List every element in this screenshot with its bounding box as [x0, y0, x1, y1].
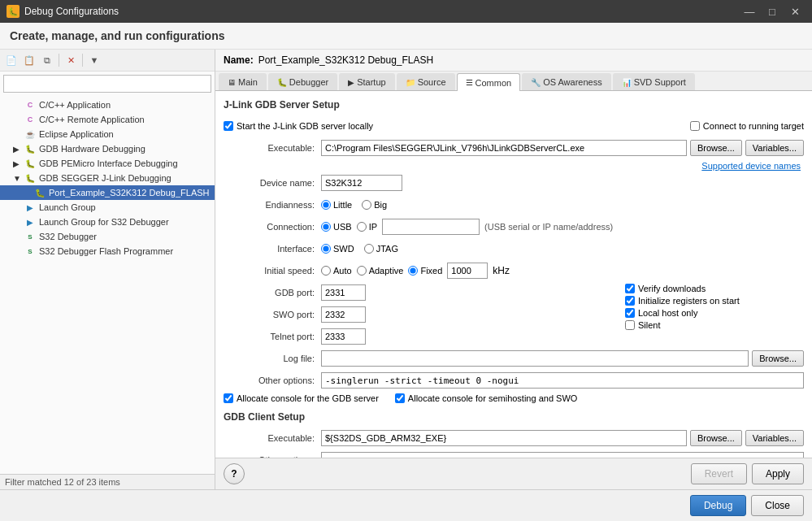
telnet-port-input[interactable] — [321, 328, 366, 345]
tab-source-label: Source — [418, 77, 446, 87]
tab-main[interactable]: 🖥 Main — [219, 73, 267, 90]
debugger-tab-icon: 🐛 — [277, 78, 287, 87]
jlink-executable-row: Executable: Browse... Variables... — [224, 139, 804, 157]
initial-speed-fixed-radio[interactable] — [408, 266, 418, 276]
initialize-registers-checkbox[interactable] — [625, 296, 635, 306]
interface-control: SWD JTAG — [321, 244, 804, 254]
allocate-semihosting-item: Allocate console for semihosting and SWO — [395, 393, 578, 403]
tree-label: Eclipse Application — [39, 129, 114, 139]
tree-item-s32-debugger[interactable]: S S32 Debugger — [0, 229, 215, 244]
window-title: Debug Configurations — [24, 6, 734, 17]
gdb-client-variables-button[interactable]: Variables... — [745, 430, 804, 446]
revert-button[interactable]: Revert — [691, 463, 747, 484]
close-button-bottom[interactable]: Close — [751, 495, 804, 516]
supported-devices-link[interactable]: Supported device names — [701, 161, 801, 171]
tab-common[interactable]: ☰ Common — [457, 73, 521, 91]
gdb-port-input[interactable] — [321, 284, 366, 301]
help-button[interactable]: ? — [224, 463, 245, 484]
endianness-little-radio[interactable] — [321, 200, 331, 210]
local-host-only-row: Local host only — [625, 308, 804, 318]
tab-main-label: Main — [238, 77, 258, 87]
gdb-client-title: GDB Client Setup — [224, 411, 804, 423]
tree-label: C/C++ Application — [39, 100, 111, 110]
device-name-control — [321, 175, 804, 191]
silent-checkbox[interactable] — [625, 320, 635, 330]
tree-item-s32-flash[interactable]: S S32 Debugger Flash Programmer — [0, 244, 215, 258]
close-button[interactable]: ✕ — [784, 3, 805, 20]
gdb-client-executable-input[interactable] — [321, 430, 687, 446]
tree-item-gdb-pemicro[interactable]: ▶ 🐛 GDB PEMicro Interface Debugging — [0, 156, 215, 171]
allocate-semihosting-checkbox[interactable] — [395, 393, 405, 403]
delete-button[interactable]: ✕ — [63, 52, 79, 68]
jlink-browse-button[interactable]: Browse... — [690, 140, 742, 156]
tree-label: Launch Group — [39, 202, 96, 212]
allocate-console-checkbox[interactable] — [224, 393, 233, 403]
connection-usb-radio[interactable] — [321, 222, 331, 232]
duplicate-button[interactable]: ⧉ — [39, 52, 55, 68]
config-tree: C C/C++ Application C C/C++ Remote Appli… — [0, 96, 215, 474]
swo-port-control — [321, 306, 617, 323]
gdb-client-other-options-control — [321, 452, 804, 458]
log-file-browse-button[interactable]: Browse... — [752, 350, 804, 367]
jlink-executable-control: Browse... Variables... — [321, 140, 804, 156]
initial-speed-adaptive-radio[interactable] — [357, 266, 367, 276]
log-file-input[interactable] — [321, 350, 749, 367]
ports-checkboxes-row: GDB port: SWO port: — [224, 284, 804, 350]
gdb-client-other-options-input[interactable] — [321, 452, 804, 458]
connection-ip-radio[interactable] — [357, 222, 367, 232]
connection-ip-input[interactable] — [382, 219, 480, 235]
tree-item-eclipse[interactable]: ☕ Eclipse Application — [0, 127, 215, 141]
tree-item-launch-group[interactable]: ▶ Launch Group — [0, 200, 215, 215]
start-locally-checkbox[interactable] — [224, 121, 233, 131]
gdb-client-browse-button[interactable]: Browse... — [690, 430, 742, 446]
minimize-button[interactable]: — — [739, 3, 760, 20]
endianness-control: Little Big — [321, 200, 804, 210]
initial-speed-auto-radio[interactable] — [321, 266, 331, 276]
tab-debugger[interactable]: 🐛 Debugger — [268, 73, 337, 90]
device-name-input[interactable] — [321, 175, 402, 191]
filter-button[interactable]: ▼ — [86, 52, 102, 68]
tree-label: Port_Example_S32K312 Debug_FLASH — [49, 188, 210, 198]
config-name-row: Name: Port_Example_S32K312 Debug_FLASH — [215, 50, 812, 72]
interface-swd-radio[interactable] — [321, 244, 331, 254]
expand-icon: ▶ — [13, 159, 21, 168]
log-file-control: Browse... — [321, 350, 804, 367]
tree-item-cpp[interactable]: C C/C++ Application — [0, 98, 215, 112]
apply-button[interactable]: Apply — [752, 463, 804, 484]
tab-svd-label: SVD Support — [634, 77, 686, 87]
local-host-only-checkbox[interactable] — [625, 308, 635, 318]
connect-running-checkbox[interactable] — [690, 121, 700, 131]
verify-downloads-checkbox[interactable] — [625, 284, 635, 293]
maximize-button[interactable]: □ — [762, 3, 783, 20]
silent-row: Silent — [625, 320, 804, 330]
tab-svd-support[interactable]: 📊 SVD Support — [613, 73, 695, 90]
tab-os-awareness[interactable]: 🔧 OS Awareness — [522, 73, 611, 90]
s32-flash-icon: S — [24, 245, 36, 257]
search-input[interactable] — [7, 79, 207, 89]
tree-label: GDB PEMicro Interface Debugging — [39, 158, 178, 168]
connection-label: Connection: — [224, 222, 321, 232]
jlink-executable-input[interactable] — [321, 140, 687, 156]
jlink-variables-button[interactable]: Variables... — [745, 140, 804, 156]
bottom-left: ? — [224, 463, 245, 484]
tree-item-gdb-hw[interactable]: ▶ 🐛 GDB Hardware Debugging — [0, 141, 215, 156]
toolbar-separator-2 — [82, 54, 83, 67]
tab-startup[interactable]: ▶ Startup — [339, 73, 394, 90]
tabs-row: 🖥 Main 🐛 Debugger ▶ Startup 📁 Source ☰ — [215, 72, 812, 91]
debug-button[interactable]: Debug — [690, 495, 746, 516]
tree-item-launch-group-s32[interactable]: ▶ Launch Group for S32 Debugger — [0, 215, 215, 229]
new-config-type-button[interactable]: 📋 — [21, 52, 37, 68]
tree-item-cpp-remote[interactable]: C C/C++ Remote Application — [0, 112, 215, 127]
endianness-big-radio[interactable] — [362, 200, 371, 210]
jlink-other-options-input[interactable] — [321, 372, 804, 389]
expand-icon: ▶ — [13, 145, 21, 154]
interface-jtag-radio[interactable] — [364, 244, 374, 254]
initial-speed-value-input[interactable] — [447, 263, 488, 279]
tab-source[interactable]: 📁 Source — [397, 73, 455, 90]
tree-item-port-example[interactable]: 🐛 Port_Example_S32K312 Debug_FLASH — [0, 185, 215, 200]
tree-item-gdb-segger[interactable]: ▼ 🐛 GDB SEGGER J-Link Debugging — [0, 171, 215, 185]
swo-port-input[interactable] — [321, 306, 366, 323]
gdb-client-executable-control: Browse... Variables... — [321, 430, 804, 446]
toolbar-separator — [59, 54, 59, 67]
new-config-button[interactable]: 📄 — [3, 52, 20, 68]
